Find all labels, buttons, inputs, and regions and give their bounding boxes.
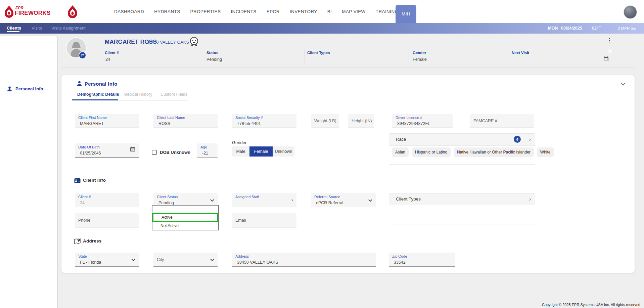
subnav-clients[interactable]: Clients	[7, 26, 21, 31]
user-avatar[interactable]	[624, 6, 637, 18]
weather-temperature: 62°F	[592, 26, 601, 31]
dob-calendar-icon[interactable]	[130, 146, 135, 152]
city-select[interactable]: City	[153, 253, 218, 267]
client-types-panel-header[interactable]: Client Types ›	[389, 193, 535, 205]
race-count-badge: 4	[514, 136, 521, 143]
client-first-name-field[interactable]: Client First Name MARGARET	[75, 114, 139, 128]
tab-demographic-details[interactable]: Demographic Details	[77, 92, 119, 97]
nav-mih-active-tab[interactable]: MIH	[396, 5, 416, 23]
sidebar-item-personal-info[interactable]: Personal Info	[0, 84, 57, 95]
nav-epcr[interactable]: EPCR	[267, 9, 280, 14]
field-value: -21	[202, 151, 208, 156]
waze-icon[interactable]	[189, 36, 199, 47]
field-label: FAMCARE #	[473, 119, 497, 123]
field-value: MARGARET	[80, 121, 104, 126]
status-value: Pending	[206, 57, 222, 62]
client-types-label: Client Types	[307, 51, 330, 55]
nav-incidents[interactable]: INCIDENTS	[231, 9, 256, 14]
next-visit-calendar-icon[interactable]	[603, 56, 609, 61]
field-value: 01/25/2046	[80, 151, 101, 156]
brand-epr-text: EPR	[15, 6, 24, 10]
social-security-field[interactable]: Social Security # 778-55-4401	[232, 114, 296, 128]
subnav-visits[interactable]: Visits	[32, 26, 42, 31]
weight-field[interactable]: Weight (LB)	[311, 114, 339, 128]
race-label: Race	[396, 137, 406, 142]
swap-avatar-badge-icon[interactable]: ⇄	[79, 51, 86, 59]
race-panel-header[interactable]: Race 4 ›	[389, 134, 535, 145]
email-field[interactable]: Email	[232, 213, 296, 227]
age-field[interactable]: Age -21	[197, 143, 218, 158]
field-label: Client First Name	[78, 116, 107, 120]
state-select[interactable]: State FL - Florida	[75, 253, 139, 267]
client-last-name-field[interactable]: Client Last Name ROSS	[153, 114, 218, 128]
status-label: Status	[206, 51, 218, 55]
chevron-down-icon	[210, 259, 214, 261]
person-icon	[77, 81, 82, 86]
subnav-visits-assignment[interactable]: Visits Assignment	[51, 26, 86, 31]
gender-segmented-control: Male Female Unknown	[232, 146, 294, 157]
height-field[interactable]: Height (IN)	[348, 114, 374, 128]
nav-hydrants[interactable]: HYDRANTS	[154, 9, 180, 14]
tab-custom-fields[interactable]: Custom Fields	[160, 92, 187, 97]
field-value: 778-55-4401	[237, 121, 261, 126]
personal-info-card	[61, 75, 635, 273]
field-label: Social Security #	[235, 116, 263, 120]
status-option-not-active[interactable]: Not Active	[152, 222, 218, 230]
gender-option-unknown[interactable]: Unknown	[273, 146, 294, 157]
race-chip[interactable]: Asian	[392, 147, 409, 157]
field-value: Pending	[158, 201, 174, 205]
client-status-dropdown: Active Not Active	[152, 205, 219, 230]
field-label: Date Of Birth	[78, 145, 100, 149]
gender-field-label: Gender	[232, 140, 246, 145]
date-of-birth-field[interactable]: Date Of Birth 01/25/2046	[75, 143, 139, 158]
nav-training[interactable]: TRAINING	[376, 9, 399, 14]
referral-source-select[interactable]: Referral Source ePCR Referral	[311, 193, 376, 207]
status-option-blank[interactable]	[152, 206, 218, 213]
tab-medical-history[interactable]: Medical History	[124, 92, 152, 97]
field-label: Age	[200, 145, 207, 149]
personal-info-title: Personal Info	[85, 81, 118, 87]
field-label: Referral Source	[314, 195, 340, 199]
status-option-active[interactable]: Active	[152, 213, 218, 222]
client-info-title: Client Info	[83, 178, 106, 183]
person-icon	[7, 86, 12, 92]
field-label: Client Last Name	[157, 116, 185, 120]
race-chip[interactable]: Native Hawaiian or Other Pacific Islande…	[454, 147, 534, 157]
nav-properties[interactable]: PROPERTIES	[190, 9, 221, 14]
driver-license-field[interactable]: Driver License # 394872934872FL	[392, 114, 453, 128]
gender-value: Female	[413, 57, 427, 62]
chevron-right-icon[interactable]: ›	[529, 136, 531, 142]
fireworks-flame-logo-icon	[4, 6, 14, 18]
zip-code-field[interactable]: Zip Code 33542	[389, 253, 455, 267]
fireworks-flame-logo-icon-secondary	[67, 5, 78, 18]
header-kebab-menu-icon[interactable]: ⋮	[606, 37, 612, 44]
famcare-field[interactable]: FAMCARE #	[470, 114, 534, 128]
collapse-chevron-icon[interactable]	[620, 83, 626, 86]
nav-inventory[interactable]: INVENTORY	[290, 9, 317, 14]
app-window: EPR FIREWORKS DASHBOARD HYDRANTS PROPERT…	[0, 0, 644, 308]
nav-bi[interactable]: BI	[327, 9, 332, 14]
client-address-link[interactable]: 38450 VALLEY OAKS	[147, 40, 189, 45]
assigned-staff-field[interactable]: Assigned Staff ›	[232, 193, 296, 207]
nav-dashboard[interactable]: DASHBOARD	[114, 9, 144, 14]
gender-option-female[interactable]: Female	[249, 146, 273, 157]
weather-day: MON	[548, 26, 558, 31]
header-divider	[203, 49, 203, 63]
field-label: Phone	[78, 218, 90, 223]
field-label: Height (IN)	[352, 119, 372, 123]
race-chip[interactable]: White	[537, 147, 554, 157]
gender-option-male[interactable]: Male	[232, 146, 249, 157]
race-panel: Race 4 › Asian Hispanic or Latino Native…	[389, 133, 535, 165]
phone-field[interactable]: Phone	[75, 213, 139, 227]
nav-map-view[interactable]: MAP VIEW	[342, 9, 365, 14]
race-chip[interactable]: Hispanic or Latino	[412, 147, 451, 157]
field-label: Assigned Staff	[235, 195, 259, 199]
dob-unknown-checkbox[interactable]	[152, 150, 157, 155]
chevron-down-icon	[210, 199, 214, 202]
header-divider	[508, 49, 508, 63]
client-number-label: Client #	[105, 51, 119, 55]
address-field[interactable]: Address 38450 VALLEY OAKS	[232, 253, 376, 267]
main-nav: DASHBOARD HYDRANTS PROPERTIES INCIDENTS …	[114, 0, 398, 23]
sidebar-item-label: Personal Info	[15, 86, 43, 91]
chevron-right-icon[interactable]: ›	[529, 196, 531, 202]
